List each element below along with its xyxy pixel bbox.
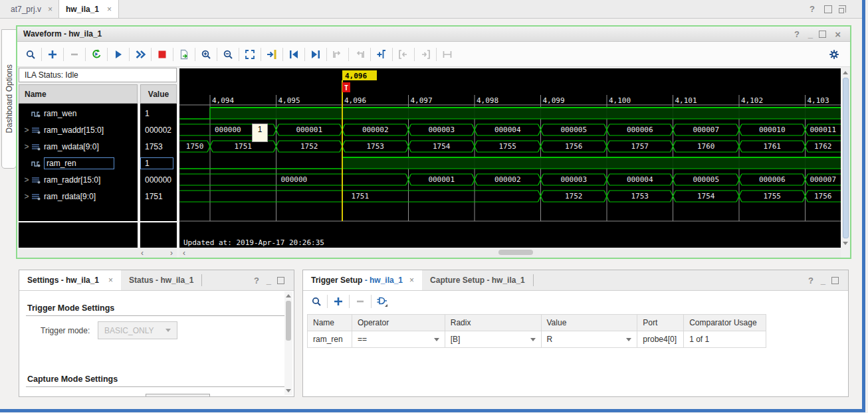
run-trigger-icon[interactable] (110, 46, 126, 62)
marker-range-icon[interactable] (439, 46, 455, 62)
scroll-left-icon[interactable]: ‹ (141, 248, 144, 258)
signal-value[interactable]: 000000 (140, 171, 177, 188)
expand-arrow-icon[interactable]: > (22, 192, 31, 201)
minimize-icon[interactable]: _ (808, 29, 813, 39)
zoom-fit-icon[interactable] (242, 46, 258, 62)
swap-marker-right-icon[interactable] (352, 46, 368, 62)
waveform-plot-area[interactable]: 4,0944,0954,0964,0974,0984,0994,1004,101… (179, 68, 841, 248)
go-to-next-marker-icon[interactable] (417, 46, 433, 62)
dashboard-options-tab[interactable]: Dashboard Options (1, 29, 17, 169)
signal-row-ram-wen[interactable]: ram_wen (19, 105, 138, 122)
column-header-name[interactable]: Name (308, 315, 352, 331)
signal-name-selected[interactable]: ram_ren (44, 157, 114, 169)
next-transition-icon[interactable] (308, 46, 324, 62)
close-icon[interactable]: × (107, 5, 112, 14)
go-to-trigger-icon[interactable] (264, 46, 280, 62)
close-icon[interactable]: × (48, 5, 53, 14)
signal-row-ram-raddr[interactable]: > ram_raddr[15:0] (19, 171, 138, 188)
waveform-hscrollbar[interactable]: ‹ (179, 248, 841, 258)
close-icon[interactable]: × (835, 29, 841, 40)
zoom-in-icon[interactable] (198, 46, 214, 62)
previous-transition-icon[interactable] (286, 46, 302, 62)
column-header-operator[interactable]: Operator (352, 315, 445, 331)
cell-radix-dropdown[interactable]: [B] (445, 331, 542, 348)
signal-row-ram-wdata[interactable]: > ram_wdata[9:0] (19, 138, 138, 155)
waveform-panel-titlebar[interactable]: Waveform - hw_ila_1 ? _ × (17, 27, 850, 42)
vscroll-thumb[interactable] (286, 301, 291, 341)
scroll-up-icon[interactable] (843, 71, 848, 74)
svg-text:T: T (344, 84, 348, 92)
close-icon[interactable]: × (108, 276, 113, 285)
run-trigger-continuous-icon[interactable] (132, 46, 148, 62)
help-icon[interactable]: ? (810, 4, 815, 14)
signal-value[interactable]: 1 (140, 105, 177, 122)
svg-text:000001: 000001 (428, 175, 455, 184)
remove-condition-icon[interactable] (352, 293, 368, 309)
tab-at7-prj[interactable]: at7_prj.v × (4, 0, 59, 18)
tab-settings[interactable]: Settings - hw_ila_1 × (19, 270, 121, 290)
add-marker-icon[interactable] (374, 46, 389, 62)
svg-text:000005: 000005 (560, 125, 587, 134)
capture-mode-dropdown-partial[interactable] (146, 394, 210, 397)
cell-comparator-usage: 1 of 1 (684, 331, 766, 348)
settings-gear-icon[interactable] (826, 46, 842, 62)
scroll-up-icon[interactable] (286, 294, 291, 297)
tab-hw-ila-1[interactable]: hw_ila_1 × (58, 0, 119, 18)
trigger-mode-dropdown[interactable]: BASIC_ONLY (98, 321, 177, 339)
column-header-comparator-usage[interactable]: Comparator Usage (684, 315, 766, 331)
signal-value[interactable]: 1753 (140, 138, 177, 155)
stop-trigger-icon[interactable] (154, 46, 170, 62)
help-icon[interactable]: ? (794, 29, 800, 39)
maximize-icon[interactable] (819, 31, 826, 38)
scroll-right-icon[interactable]: › (170, 248, 173, 258)
signal-row-ram-rdata[interactable]: > ram_rdata[9:0] (19, 188, 138, 205)
run-trigger-immediate-icon[interactable] (88, 46, 104, 62)
hscroll-thumb[interactable] (498, 250, 533, 255)
search-icon[interactable] (23, 46, 39, 62)
maximize-icon[interactable] (824, 5, 832, 13)
signal-value-selected[interactable]: 1 (140, 155, 177, 171)
column-header-value[interactable]: Value (542, 315, 638, 331)
help-icon[interactable]: ? (808, 276, 814, 286)
name-column-header[interactable]: Name (19, 84, 138, 104)
settings-vscrollbar[interactable] (284, 291, 292, 395)
swap-marker-left-icon[interactable] (330, 46, 346, 62)
maximize-icon[interactable] (277, 277, 284, 284)
vscroll-thumb[interactable] (843, 78, 849, 238)
trigger-condition-gate-icon[interactable] (374, 293, 390, 309)
value-column-header[interactable]: Value (140, 84, 177, 104)
signal-value[interactable]: 1751 (140, 188, 177, 205)
minimize-icon[interactable]: _ (267, 276, 271, 286)
expand-arrow-icon[interactable]: > (22, 175, 31, 185)
add-probes-icon[interactable] (45, 46, 60, 62)
go-to-previous-marker-icon[interactable] (395, 46, 411, 62)
export-data-icon[interactable] (176, 46, 192, 62)
signal-row-ram-waddr[interactable]: > ram_waddr[15:0] (19, 122, 138, 138)
signal-value[interactable]: 000002 (140, 122, 177, 138)
column-header-radix[interactable]: Radix (445, 315, 542, 331)
search-icon[interactable] (308, 293, 324, 309)
trigger-table-row[interactable]: ram_ren == [B] R probe4[0] 1 of 1 (307, 331, 766, 348)
column-header-port[interactable]: Port (637, 315, 684, 331)
waveform-vscrollbar[interactable] (841, 68, 850, 248)
maximize-icon[interactable] (831, 277, 839, 284)
svg-text:1750: 1750 (186, 142, 204, 151)
minimize-icon[interactable]: _ (821, 276, 825, 286)
cell-operator-dropdown[interactable]: == (352, 331, 445, 348)
add-condition-icon[interactable] (330, 293, 346, 309)
signal-row-ram-ren[interactable]: ram_ren (19, 155, 138, 171)
scroll-left-icon[interactable]: ‹ (183, 248, 185, 258)
help-icon[interactable]: ? (254, 276, 259, 286)
close-icon[interactable]: × (409, 276, 414, 285)
scroll-down-icon[interactable] (286, 389, 291, 392)
remove-probes-icon[interactable] (66, 46, 82, 62)
tab-status[interactable]: Status - hw_ila_1 (121, 270, 201, 290)
tab-capture-setup[interactable]: Capture Setup - hw_ila_1 (422, 270, 533, 290)
tab-trigger-setup[interactable]: Trigger Setup - hw_ila_1 × (303, 270, 422, 290)
name-columns-hscrollbar[interactable]: ‹ › (19, 248, 177, 258)
expand-arrow-icon[interactable]: > (22, 142, 31, 151)
zoom-out-icon[interactable] (220, 46, 236, 62)
expand-arrow-icon[interactable]: > (22, 125, 31, 135)
cell-value-dropdown[interactable]: R (542, 331, 638, 348)
scroll-down-icon[interactable] (843, 242, 848, 245)
